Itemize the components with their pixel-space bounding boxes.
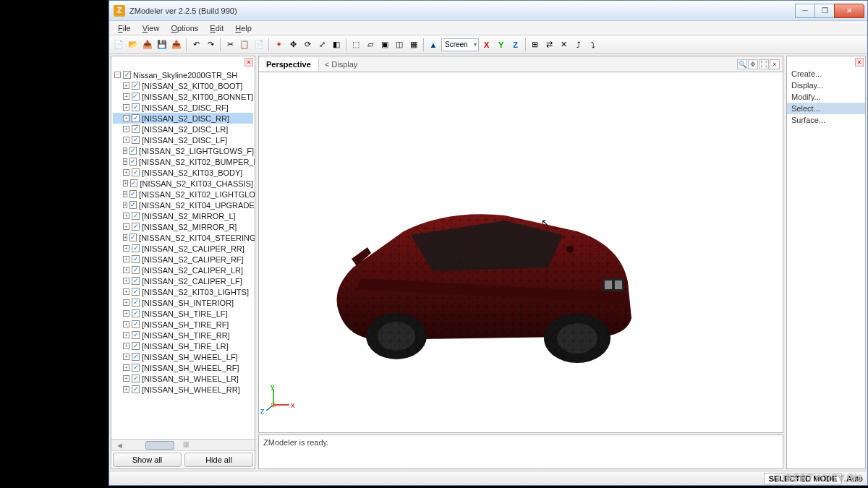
tool3-icon[interactable]: ⤴ (572, 38, 585, 51)
expand-icon[interactable]: − (114, 72, 121, 78)
hide-all-button[interactable]: Hide all (184, 453, 253, 467)
tree-item[interactable]: +✓[NISSAN_SH_TIRE_LF] (113, 308, 253, 319)
menu-options[interactable]: Options (165, 22, 204, 34)
select-icon[interactable]: ✦ (272, 38, 285, 51)
tree-item[interactable]: +✓[NISSAN_S2_KIT00_BONNET] (113, 91, 253, 102)
tool-category[interactable]: Display... (787, 80, 865, 91)
tree-item[interactable]: +✓[NISSAN_S2_CALIPER_LF] (113, 275, 253, 286)
tree-item[interactable]: +✓[NISSAN_S2_DISC_RF] (113, 102, 253, 113)
export-icon[interactable]: 📤 (170, 38, 183, 51)
tree-item[interactable]: +✓[NISSAN_S2_CALIPER_RR] (113, 243, 253, 254)
tree-item[interactable]: +✓[NISSAN_S2_MIRROR_R] (113, 221, 253, 232)
rotate-icon[interactable]: ⟳ (301, 38, 314, 51)
checkbox-icon[interactable]: ✓ (132, 342, 140, 350)
expand-icon[interactable]: + (123, 137, 129, 143)
mirror-icon[interactable]: ⇄ (543, 38, 556, 51)
cut-icon[interactable]: ✂ (224, 38, 237, 51)
object-icon[interactable]: ▦ (407, 38, 420, 51)
panel-close-icon[interactable]: × (855, 58, 864, 67)
menu-help[interactable]: Help (229, 22, 258, 34)
gizmo-icon[interactable]: ▲ (427, 38, 440, 51)
checkbox-icon[interactable]: ✓ (132, 331, 140, 339)
display-menu[interactable]: < Display (319, 58, 364, 71)
tree-item[interactable]: +✓[NISSAN_S2_CALIPER_LR] (113, 265, 253, 275)
checkbox-icon[interactable]: ✓ (132, 82, 140, 90)
expand-icon[interactable]: + (123, 364, 129, 371)
paste-icon[interactable]: 📄 (252, 38, 265, 51)
tree-item[interactable]: +✓[NISSAN_S2_KIT02_LIGHTGLOW (113, 189, 253, 200)
tree-item[interactable]: +✓[NISSAN_SH_WHEEL_LR] (113, 373, 253, 384)
checkbox-icon[interactable]: ✓ (132, 255, 140, 263)
tree-item[interactable]: +✓[NISSAN_S2_KIT03_CHASSIS] (113, 178, 253, 189)
checkbox-icon[interactable]: ✓ (132, 320, 140, 328)
checkbox-icon[interactable]: ✓ (132, 93, 140, 100)
checkbox-icon[interactable]: ✓ (132, 385, 140, 393)
expand-icon[interactable]: + (123, 386, 129, 393)
checkbox-icon[interactable]: ✓ (132, 364, 140, 372)
checkbox-icon[interactable]: ✓ (129, 234, 137, 241)
copy-icon[interactable]: 📋 (238, 38, 251, 51)
show-all-button[interactable]: Show all (113, 453, 182, 467)
checkbox-icon[interactable]: ✓ (132, 266, 140, 274)
tool-category[interactable]: Modify... (787, 91, 865, 103)
tree-item[interactable]: +✓[NISSAN_S2_DISC_RR] (113, 113, 253, 124)
expand-icon[interactable]: + (123, 321, 129, 328)
edge-icon[interactable]: ▱ (364, 38, 377, 51)
open-icon[interactable]: 📂 (127, 38, 140, 51)
maximize-button[interactable]: ❐ (814, 4, 835, 18)
axis-x-toggle[interactable]: X (480, 38, 493, 51)
perspective-tab[interactable]: Perspective (259, 58, 319, 71)
move-icon[interactable]: ✥ (286, 38, 299, 51)
expand-icon[interactable]: + (123, 267, 129, 273)
tree-item[interactable]: +✓[NISSAN_S2_KIT04_UPGRADES] (113, 200, 253, 210)
expand-icon[interactable]: + (123, 310, 129, 317)
scroll-thumb[interactable] (145, 441, 174, 450)
expand-icon[interactable]: + (123, 354, 129, 360)
menu-file[interactable]: File (112, 22, 137, 34)
tool2-icon[interactable]: ✕ (558, 38, 571, 51)
expand-icon[interactable]: + (123, 126, 129, 132)
expand-icon[interactable]: + (123, 375, 129, 382)
import-icon[interactable]: 📥 (141, 38, 154, 51)
perspective-viewport[interactable]: ↖ y x z (258, 72, 783, 433)
viewport-close-icon[interactable]: × (770, 59, 780, 69)
fit-icon[interactable]: ⛶ (759, 59, 769, 69)
checkbox-icon[interactable]: ✓ (132, 125, 140, 133)
expand-icon[interactable]: + (123, 180, 128, 187)
tree-item[interactable]: +✓[NISSAN_SH_WHEEL_RR] (113, 384, 253, 395)
tree-item[interactable]: +✓[NISSAN_SH_INTERIOR] (113, 297, 253, 308)
expand-icon[interactable]: + (123, 213, 129, 219)
checkbox-icon[interactable]: ✓ (129, 158, 137, 166)
tree-item[interactable]: +✓[NISSAN_S2_KIT04_STEERINGW (113, 232, 253, 243)
tree-item[interactable]: +✓[NISSAN_S2_MIRROR_L] (113, 210, 253, 221)
expand-icon[interactable]: + (123, 223, 129, 230)
pan-icon[interactable]: ✥ (748, 59, 758, 69)
tool-category[interactable]: Create... (787, 68, 865, 80)
expand-icon[interactable]: + (123, 278, 129, 284)
checkbox-icon[interactable]: ✓ (132, 136, 140, 144)
checkbox-icon[interactable]: ✓ (132, 309, 140, 317)
tree-item[interactable]: +✓[NISSAN_S2_CALIPER_RF] (113, 254, 253, 265)
checkbox-icon[interactable]: ✓ (129, 201, 137, 209)
tree-item[interactable]: +✓[NISSAN_S2_LIGHTGLOWS_F] (113, 145, 253, 156)
checkbox-icon[interactable]: ✓ (132, 168, 140, 176)
poly-icon[interactable]: ◫ (393, 38, 406, 51)
checkbox-icon[interactable]: ✓ (132, 277, 140, 285)
expand-icon[interactable]: + (123, 191, 127, 197)
expand-icon[interactable]: + (123, 299, 129, 306)
expand-icon[interactable]: + (123, 202, 127, 208)
new-icon[interactable]: 📄 (112, 38, 125, 51)
expand-icon[interactable]: + (123, 288, 129, 295)
checkbox-icon[interactable]: ✓ (129, 190, 137, 198)
checkbox-icon[interactable]: ✓ (132, 212, 140, 220)
expand-icon[interactable]: + (123, 82, 129, 89)
tool-category[interactable]: Select... (787, 103, 865, 114)
checkbox-icon[interactable]: ✓ (132, 223, 140, 231)
checkbox-icon[interactable]: ✓ (132, 114, 140, 122)
expand-icon[interactable]: + (123, 158, 127, 165)
tree-item[interactable]: +✓[NISSAN_S2_DISC_LR] (113, 124, 253, 134)
tree-item[interactable]: +✓[NISSAN_SH_TIRE_LR] (113, 341, 253, 351)
snap-icon[interactable]: ⊞ (529, 38, 542, 51)
scale-icon[interactable]: ⤢ (315, 38, 328, 51)
expand-icon[interactable]: + (123, 256, 129, 262)
